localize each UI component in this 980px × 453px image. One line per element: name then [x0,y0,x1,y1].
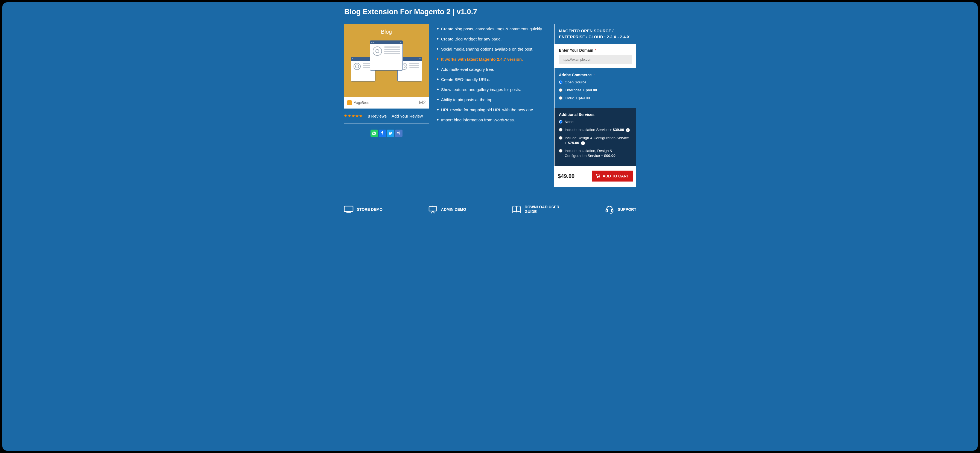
svg-point-1 [598,177,600,178]
service-radio[interactable] [559,136,562,140]
reviews-link[interactable]: 8 Reviews [368,114,387,118]
adobe-option[interactable]: Open Source [559,80,632,85]
monitor-icon [344,205,353,214]
adobe-radio[interactable] [559,80,562,84]
share-icon[interactable] [395,130,402,137]
service-radio[interactable] [559,128,562,132]
service-option[interactable]: None [559,119,632,124]
service-option[interactable]: Include Installation, Design & Configura… [559,148,632,158]
cart-icon [595,174,600,178]
service-option[interactable]: Include Design & Configuration Service +… [559,136,632,145]
adobe-option[interactable]: Enterprise + $49.00 [559,88,632,93]
add-to-cart-button[interactable]: ADD TO CART [592,171,633,181]
resource-label: DOWNLOAD USERGUIDE [525,205,560,214]
feature-item: Create blog posts, categories, tags & co… [437,24,546,34]
domain-input[interactable] [559,55,632,64]
whatsapp-icon[interactable] [371,130,378,137]
resource-label: ADMIN DEMO [441,207,466,212]
product-image: Blog [344,24,429,108]
headset-icon [605,205,614,214]
service-radio[interactable] [559,120,562,124]
star-rating: ★★★★★ [344,113,363,118]
facebook-icon[interactable] [379,130,386,137]
page-title: Blog Extension For Magento 2 | v1.0.7 [344,8,636,16]
add-review-link[interactable]: Add Your Review [391,114,423,118]
adobe-option[interactable]: Cloud + $49.00 [559,96,632,101]
service-radio[interactable] [559,149,562,153]
info-icon[interactable]: i [626,128,630,132]
resource-link-headset[interactable]: SUPPORT [605,205,636,214]
feature-item: Ability to pin posts at the top. [437,95,546,105]
resource-link-easel[interactable]: ADMIN DEMO [428,205,466,214]
domain-label: Enter Your Domain* [559,48,632,52]
feature-item: It works with latest Magento 2.4.7 versi… [437,54,546,64]
svg-point-0 [597,177,598,178]
resource-link-monitor[interactable]: STORE DEMO [344,205,383,214]
resource-label: STORE DEMO [357,207,383,212]
adobe-commerce-label: Adobe Commerce* [559,73,632,77]
info-icon[interactable]: i [581,141,585,145]
brand-label: MageBees [347,100,369,105]
features-list: Create blog posts, categories, tags & co… [437,24,546,125]
easel-icon [428,205,438,214]
additional-services-label: Additional Services [559,112,632,117]
adobe-radio[interactable] [559,88,562,92]
bee-icon [347,100,352,105]
m2-badge: M2 [419,100,426,105]
feature-item: Create Blog Widget for any page. [437,34,546,44]
service-option[interactable]: Include Installation Service + $39.00 i [559,127,632,132]
mockup-window-center [370,40,403,70]
svg-rect-5 [429,207,437,211]
feature-item: Add multi-level category tree. [437,64,546,75]
price: $49.00 [558,173,574,180]
feature-item: Import blog information from WordPress. [437,115,546,125]
product-image-title: Blog [381,29,392,35]
twitter-icon[interactable] [387,130,394,137]
resource-label: SUPPORT [618,207,636,212]
resource-link-book[interactable]: DOWNLOAD USERGUIDE [512,205,560,214]
sidebar-header: MAGENTO OPEN SOURCE / ENTERPRISE / CLOUD… [555,24,636,44]
feature-item: Show featured and gallery images for pos… [437,84,546,95]
feature-item: Create SEO-friendly URLs. [437,75,546,84]
book-icon [512,205,522,214]
feature-item: URL rewrite for mapping old URL with the… [437,105,546,115]
adobe-radio[interactable] [559,96,562,100]
purchase-sidebar: MAGENTO OPEN SOURCE / ENTERPRISE / CLOUD… [554,24,636,187]
feature-item: Social media sharing options available o… [437,44,546,54]
